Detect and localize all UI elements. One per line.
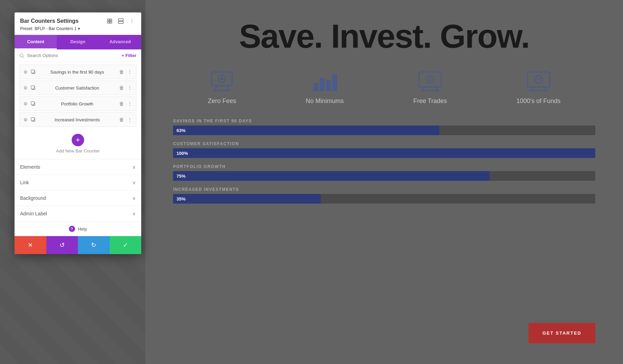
bar-item-investments: INCREASED INVESTMENTS 35% bbox=[173, 187, 595, 204]
counter-actions-1: 🗑 ⋮ bbox=[118, 84, 133, 91]
bar-track-portfolio: 75% bbox=[173, 171, 595, 181]
svg-rect-6 bbox=[314, 83, 318, 91]
hero-title: Save. Invest. Grow. bbox=[239, 17, 530, 55]
svg-rect-35 bbox=[31, 102, 34, 105]
icon-label-free-trades: Free Trades bbox=[413, 97, 447, 105]
counter-actions-3: 🗑 ⋮ bbox=[118, 116, 133, 123]
svg-rect-24 bbox=[108, 21, 109, 23]
svg-point-5 bbox=[220, 77, 223, 80]
save-button[interactable]: ✓ bbox=[110, 236, 142, 254]
accordion-admin-label-label: Admin Label bbox=[20, 211, 47, 216]
counter-name-1: Customer Satisfaction bbox=[39, 85, 115, 91]
help-label: Help bbox=[78, 226, 87, 232]
add-new-bar-counter[interactable]: + Add New Bar Counter bbox=[15, 130, 141, 159]
bar-label-satisfaction: CUSTOMER SATISFACTION bbox=[173, 141, 595, 146]
settings-icon-3[interactable]: ⚙ bbox=[22, 116, 29, 123]
delete-btn-1[interactable]: 🗑 bbox=[118, 84, 125, 91]
bar-pct-investments: 35% bbox=[177, 196, 186, 202]
icon-label-no-minimums: No Minimums bbox=[306, 97, 344, 105]
expand-icon[interactable] bbox=[106, 17, 114, 25]
cancel-button[interactable]: ✕ bbox=[15, 236, 46, 254]
accordion-elements-arrow: ∨ bbox=[132, 164, 136, 170]
preset-row[interactable]: Preset: BFLP - Bar Counters 1 ▾ bbox=[20, 26, 136, 31]
copy-icon-3[interactable] bbox=[30, 116, 36, 123]
panel-tabs: Content Design Advanced bbox=[15, 35, 141, 49]
accordion-admin-label[interactable]: Admin Label ∨ bbox=[15, 206, 141, 221]
more-btn-2[interactable]: ⋮ bbox=[126, 100, 133, 107]
counter-name-3: Increased Investments bbox=[39, 117, 115, 122]
undo-button[interactable]: ↺ bbox=[46, 236, 78, 254]
panel-footer: ✕ ↺ ↻ ✓ bbox=[15, 236, 141, 254]
svg-rect-27 bbox=[118, 21, 123, 24]
delete-btn-0[interactable]: 🗑 bbox=[118, 68, 125, 75]
svg-rect-9 bbox=[332, 74, 337, 91]
money-monitor-icon: $ bbox=[416, 69, 444, 93]
svg-point-28 bbox=[20, 54, 23, 57]
icon-label-funds: 1000's of Funds bbox=[516, 97, 561, 105]
icons-row: Zero Fees No Minimums $ Free Tra bbox=[173, 69, 595, 105]
bar-fill-investments: 35% bbox=[173, 194, 321, 204]
tab-design[interactable]: Design bbox=[57, 35, 99, 49]
settings-icon-1[interactable]: ⚙ bbox=[22, 85, 29, 91]
filter-button[interactable]: + Filter bbox=[121, 53, 136, 58]
svg-line-1 bbox=[215, 86, 217, 91]
accordion-link[interactable]: Link ∨ bbox=[15, 175, 141, 190]
counter-item-1-icons: ⚙ bbox=[22, 85, 36, 91]
counter-item-2: ⚙ Portfolio Growth 🗑 ⋮ bbox=[19, 96, 136, 111]
bar-track-investments: 35% bbox=[173, 194, 595, 204]
accordion-background[interactable]: Background ∨ bbox=[15, 190, 141, 206]
delete-btn-2[interactable]: 🗑 bbox=[118, 100, 125, 107]
tab-content[interactable]: Content bbox=[15, 35, 57, 49]
bar-pct-savings: 63% bbox=[177, 128, 186, 133]
delete-btn-3[interactable]: 🗑 bbox=[118, 116, 125, 123]
search-icon bbox=[19, 53, 24, 58]
accordion-link-arrow: ∨ bbox=[132, 180, 136, 185]
layout-icon[interactable] bbox=[117, 17, 125, 25]
bar-label-savings: SAVINGS IN THE FIRST 90 DAYS bbox=[173, 119, 595, 123]
counter-actions-2: 🗑 ⋮ bbox=[118, 100, 133, 107]
copy-icon-0[interactable] bbox=[30, 69, 36, 75]
bar-track-satisfaction: 100% bbox=[173, 148, 595, 158]
counter-item-1: ⚙ Customer Satisfaction 🗑 ⋮ bbox=[19, 81, 136, 95]
redo-button[interactable]: ↻ bbox=[78, 236, 110, 254]
accordion-elements[interactable]: Elements ∨ bbox=[15, 159, 141, 175]
more-options-icon[interactable]: ⋮ bbox=[128, 17, 136, 25]
counter-item-0: ⚙ Savings in the first 90 days 🗑 ⋮ bbox=[19, 65, 136, 79]
more-btn-3[interactable]: ⋮ bbox=[126, 116, 133, 123]
settings-panel: Bar Counters Settings ⋮ Preset: BFLP - B… bbox=[15, 12, 141, 254]
bar-item-portfolio: PORTFOLIO GROWTH 75% bbox=[173, 164, 595, 181]
copy-icon-1[interactable] bbox=[30, 85, 36, 91]
panel-header-icons: ⋮ bbox=[106, 17, 136, 25]
bar-fill-portfolio: 75% bbox=[173, 171, 490, 181]
add-circle-icon: + bbox=[72, 134, 84, 146]
svg-rect-23 bbox=[110, 19, 112, 21]
copy-icon-2[interactable] bbox=[30, 101, 36, 107]
bar-fill-satisfaction: 100% bbox=[173, 148, 595, 158]
get-started-button[interactable]: GET STARTED bbox=[529, 323, 595, 343]
settings-icon-0[interactable]: ⚙ bbox=[22, 69, 29, 75]
bar-label-portfolio: PORTFOLIO GROWTH bbox=[173, 164, 595, 169]
svg-rect-17 bbox=[527, 72, 550, 87]
more-btn-0[interactable]: ⋮ bbox=[126, 68, 133, 75]
icon-item-zero-fees: Zero Fees bbox=[208, 69, 236, 105]
counter-name-0: Savings in the first 90 days bbox=[39, 69, 115, 75]
preset-label: Preset: bbox=[20, 26, 33, 31]
accordion-background-label: Background bbox=[20, 195, 46, 201]
monitor-icon bbox=[208, 69, 236, 93]
accordion-admin-label-arrow: ∨ bbox=[132, 211, 136, 216]
bar-counters-section: SAVINGS IN THE FIRST 90 DAYS 63% CUSTOME… bbox=[173, 119, 595, 204]
panel-help-row[interactable]: ? Help bbox=[15, 221, 141, 236]
counter-item-3-icons: ⚙ bbox=[22, 116, 36, 123]
svg-rect-22 bbox=[108, 19, 109, 21]
help-icon: ? bbox=[69, 226, 75, 232]
settings-icon-2[interactable]: ⚙ bbox=[22, 101, 29, 107]
tab-advanced[interactable]: Advanced bbox=[99, 35, 141, 49]
svg-rect-25 bbox=[110, 21, 112, 23]
more-btn-1[interactable]: ⋮ bbox=[126, 84, 133, 91]
screen-chart-icon bbox=[525, 69, 552, 93]
svg-rect-33 bbox=[31, 86, 34, 89]
search-input[interactable] bbox=[27, 53, 119, 58]
bar-fill-savings: 63% bbox=[173, 125, 439, 135]
icon-item-no-minimums: No Minimums bbox=[306, 69, 344, 105]
svg-text:$: $ bbox=[429, 77, 432, 82]
